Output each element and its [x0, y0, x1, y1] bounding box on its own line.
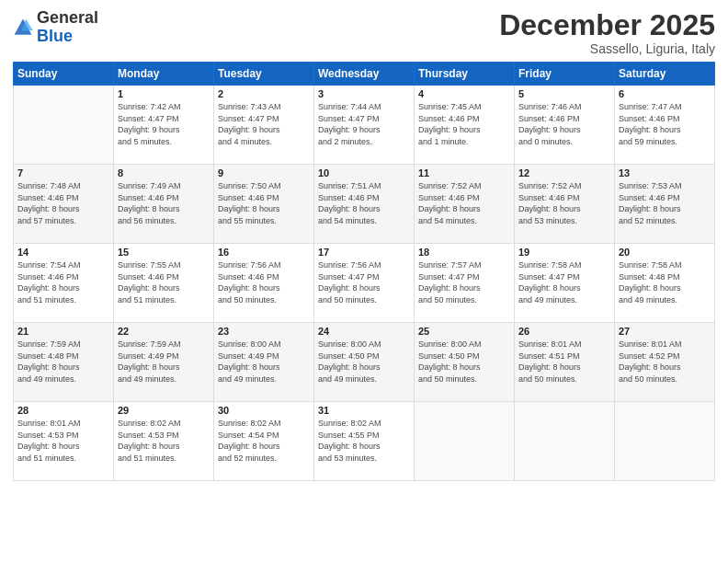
calendar-day-cell: 15Sunrise: 7:55 AMSunset: 4:46 PMDayligh… [114, 244, 214, 323]
day-info: Sunrise: 7:56 AMSunset: 4:46 PMDaylight:… [218, 259, 310, 305]
calendar-day-cell: 1Sunrise: 7:42 AMSunset: 4:47 PMDaylight… [114, 86, 214, 165]
day-info: Sunrise: 7:57 AMSunset: 4:47 PMDaylight:… [418, 259, 510, 305]
calendar-day-cell: 4Sunrise: 7:45 AMSunset: 4:46 PMDaylight… [415, 86, 515, 165]
calendar-day-cell: 22Sunrise: 7:59 AMSunset: 4:49 PMDayligh… [114, 323, 214, 402]
day-number: 24 [318, 326, 410, 337]
calendar-day-cell: 31Sunrise: 8:02 AMSunset: 4:55 PMDayligh… [314, 402, 415, 481]
calendar-day-cell: 20Sunrise: 7:58 AMSunset: 4:48 PMDayligh… [615, 244, 715, 323]
day-number: 20 [619, 247, 711, 258]
calendar-day-cell: 26Sunrise: 8:01 AMSunset: 4:51 PMDayligh… [515, 323, 615, 402]
day-info: Sunrise: 7:58 AMSunset: 4:48 PMDaylight:… [619, 259, 711, 305]
header: General Blue December 2025 Sassello, Lig… [13, 9, 715, 56]
day-number: 4 [418, 88, 510, 99]
day-number: 11 [418, 167, 510, 178]
calendar-day-cell: 18Sunrise: 7:57 AMSunset: 4:47 PMDayligh… [415, 244, 515, 323]
day-info: Sunrise: 8:01 AMSunset: 4:51 PMDaylight:… [518, 339, 610, 385]
header-thursday: Thursday [415, 63, 515, 86]
calendar-day-cell: 27Sunrise: 8:01 AMSunset: 4:52 PMDayligh… [615, 323, 715, 402]
calendar-day-cell: 21Sunrise: 7:59 AMSunset: 4:48 PMDayligh… [14, 323, 114, 402]
day-number: 26 [518, 326, 610, 337]
calendar-day-cell: 7Sunrise: 7:48 AMSunset: 4:46 PMDaylight… [14, 165, 114, 244]
day-number: 5 [518, 88, 610, 99]
day-number: 18 [418, 247, 510, 258]
calendar-day-cell: 29Sunrise: 8:02 AMSunset: 4:53 PMDayligh… [114, 402, 214, 481]
day-number: 30 [218, 405, 310, 416]
day-number: 27 [619, 326, 711, 337]
day-info: Sunrise: 8:00 AMSunset: 4:50 PMDaylight:… [318, 339, 410, 385]
day-info: Sunrise: 8:02 AMSunset: 4:54 PMDaylight:… [218, 418, 310, 464]
calendar-day-cell: 12Sunrise: 7:52 AMSunset: 4:46 PMDayligh… [515, 165, 615, 244]
calendar-day-cell: 17Sunrise: 7:56 AMSunset: 4:47 PMDayligh… [314, 244, 415, 323]
calendar-day-cell: 5Sunrise: 7:46 AMSunset: 4:46 PMDaylight… [515, 86, 615, 165]
day-number: 13 [619, 167, 711, 178]
day-number: 29 [118, 405, 210, 416]
day-info: Sunrise: 7:46 AMSunset: 4:46 PMDaylight:… [518, 101, 610, 147]
calendar-day-cell: 6Sunrise: 7:47 AMSunset: 4:46 PMDaylight… [615, 86, 715, 165]
day-info: Sunrise: 7:49 AMSunset: 4:46 PMDaylight:… [118, 180, 210, 226]
day-number: 17 [318, 247, 410, 258]
calendar-day-cell: 10Sunrise: 7:51 AMSunset: 4:46 PMDayligh… [314, 165, 415, 244]
day-number: 7 [17, 167, 109, 178]
day-info: Sunrise: 8:00 AMSunset: 4:50 PMDaylight:… [418, 339, 510, 385]
logo-icon [13, 17, 33, 38]
day-info: Sunrise: 8:00 AMSunset: 4:49 PMDaylight:… [218, 339, 310, 385]
day-number: 15 [118, 247, 210, 258]
header-saturday: Saturday [615, 63, 715, 86]
page-container: General Blue December 2025 Sassello, Lig… [0, 0, 728, 563]
weekday-header-row: Sunday Monday Tuesday Wednesday Thursday… [14, 63, 715, 86]
calendar-day-cell: 25Sunrise: 8:00 AMSunset: 4:50 PMDayligh… [415, 323, 515, 402]
day-info: Sunrise: 8:01 AMSunset: 4:53 PMDaylight:… [17, 418, 109, 464]
day-number: 10 [318, 167, 410, 178]
calendar-day-cell [415, 402, 515, 481]
calendar-day-cell [14, 86, 114, 165]
logo: General Blue [13, 9, 98, 46]
header-monday: Monday [114, 63, 214, 86]
calendar-week-row: 7Sunrise: 7:48 AMSunset: 4:46 PMDaylight… [14, 165, 715, 244]
day-number: 28 [17, 405, 109, 416]
calendar-week-row: 28Sunrise: 8:01 AMSunset: 4:53 PMDayligh… [14, 402, 715, 481]
calendar-week-row: 14Sunrise: 7:54 AMSunset: 4:46 PMDayligh… [14, 244, 715, 323]
day-info: Sunrise: 7:59 AMSunset: 4:48 PMDaylight:… [17, 339, 109, 385]
day-info: Sunrise: 7:42 AMSunset: 4:47 PMDaylight:… [118, 101, 210, 147]
calendar-week-row: 21Sunrise: 7:59 AMSunset: 4:48 PMDayligh… [14, 323, 715, 402]
header-sunday: Sunday [14, 63, 114, 86]
calendar-day-cell: 28Sunrise: 8:01 AMSunset: 4:53 PMDayligh… [14, 402, 114, 481]
calendar-table: Sunday Monday Tuesday Wednesday Thursday… [13, 62, 715, 481]
day-info: Sunrise: 7:48 AMSunset: 4:46 PMDaylight:… [17, 180, 109, 226]
calendar-day-cell: 30Sunrise: 8:02 AMSunset: 4:54 PMDayligh… [214, 402, 314, 481]
day-info: Sunrise: 7:55 AMSunset: 4:46 PMDaylight:… [118, 259, 210, 305]
calendar-day-cell: 2Sunrise: 7:43 AMSunset: 4:47 PMDaylight… [214, 86, 314, 165]
day-info: Sunrise: 7:44 AMSunset: 4:47 PMDaylight:… [318, 101, 410, 147]
day-number: 6 [619, 88, 711, 99]
day-info: Sunrise: 7:52 AMSunset: 4:46 PMDaylight:… [418, 180, 510, 226]
header-wednesday: Wednesday [314, 63, 415, 86]
logo-blue-text: Blue [37, 27, 73, 45]
calendar-week-row: 1Sunrise: 7:42 AMSunset: 4:47 PMDaylight… [14, 86, 715, 165]
day-number: 12 [518, 167, 610, 178]
calendar-day-cell [515, 402, 615, 481]
day-number: 25 [418, 326, 510, 337]
calendar-day-cell: 11Sunrise: 7:52 AMSunset: 4:46 PMDayligh… [415, 165, 515, 244]
day-info: Sunrise: 8:02 AMSunset: 4:55 PMDaylight:… [318, 418, 410, 464]
day-info: Sunrise: 7:54 AMSunset: 4:46 PMDaylight:… [17, 259, 109, 305]
day-info: Sunrise: 7:52 AMSunset: 4:46 PMDaylight:… [518, 180, 610, 226]
calendar-day-cell: 3Sunrise: 7:44 AMSunset: 4:47 PMDaylight… [314, 86, 415, 165]
day-number: 21 [17, 326, 109, 337]
day-info: Sunrise: 7:50 AMSunset: 4:46 PMDaylight:… [218, 180, 310, 226]
location: Sassello, Liguria, Italy [499, 41, 715, 56]
day-info: Sunrise: 7:43 AMSunset: 4:47 PMDaylight:… [218, 101, 310, 147]
logo-general-text: General [37, 8, 98, 27]
day-info: Sunrise: 8:02 AMSunset: 4:53 PMDaylight:… [118, 418, 210, 464]
day-number: 23 [218, 326, 310, 337]
day-info: Sunrise: 7:58 AMSunset: 4:47 PMDaylight:… [518, 259, 610, 305]
day-number: 3 [318, 88, 410, 99]
calendar-day-cell: 8Sunrise: 7:49 AMSunset: 4:46 PMDaylight… [114, 165, 214, 244]
day-info: Sunrise: 7:56 AMSunset: 4:47 PMDaylight:… [318, 259, 410, 305]
day-number: 19 [518, 247, 610, 258]
day-info: Sunrise: 7:53 AMSunset: 4:46 PMDaylight:… [619, 180, 711, 226]
day-number: 31 [318, 405, 410, 416]
day-info: Sunrise: 8:01 AMSunset: 4:52 PMDaylight:… [619, 339, 711, 385]
calendar-day-cell: 19Sunrise: 7:58 AMSunset: 4:47 PMDayligh… [515, 244, 615, 323]
day-info: Sunrise: 7:59 AMSunset: 4:49 PMDaylight:… [118, 339, 210, 385]
calendar-day-cell: 9Sunrise: 7:50 AMSunset: 4:46 PMDaylight… [214, 165, 314, 244]
